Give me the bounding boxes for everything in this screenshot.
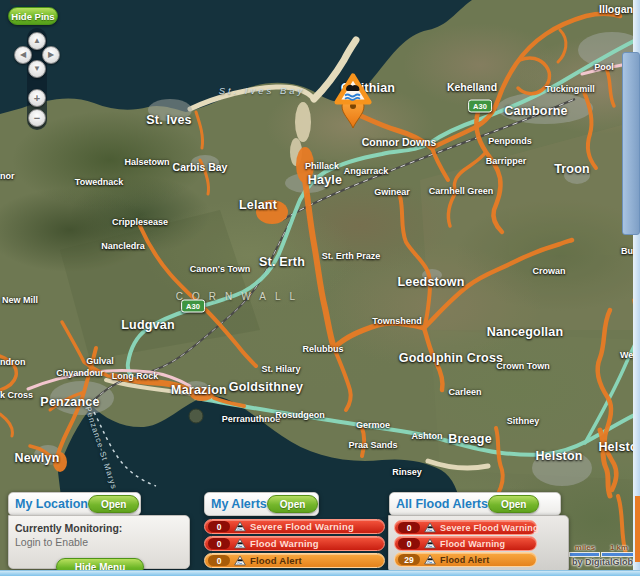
flood-warning-count: 0: [398, 538, 420, 549]
map-geography: [0, 0, 640, 576]
severe-warning-label: Severe Flood Warning: [250, 521, 354, 532]
flood-map-app: IlloganPoolTuckingmillCamborneKehellandG…: [0, 0, 640, 576]
zoom-out-icon: −: [34, 112, 40, 124]
flood-alert-icon: [424, 554, 436, 565]
flood-alert-count: 29: [398, 554, 420, 565]
bay-label: St. Ives Bay: [219, 85, 306, 96]
my-location-tab[interactable]: My Location Open: [8, 492, 141, 516]
flood-warning-icon: [424, 538, 436, 549]
my-location-open-button[interactable]: Open: [88, 495, 140, 513]
monitoring-value: Login to Enable: [15, 536, 88, 548]
monitoring-heading: Currently Monitoring:: [15, 522, 122, 534]
zoom-in-button[interactable]: +: [28, 89, 46, 107]
window-bottom-border: [0, 570, 640, 576]
my-alerts-row-alert[interactable]: 0 Flood Alert: [204, 553, 385, 568]
zoom-out-button[interactable]: −: [28, 109, 46, 127]
pan-left-button[interactable]: ◀: [14, 46, 32, 64]
pan-right-button[interactable]: ▶: [42, 46, 60, 64]
my-alerts-title: My Alerts: [211, 497, 267, 511]
flood-warning-icon: [234, 538, 246, 549]
all-alerts-row-severe[interactable]: 0 Severe Flood Warning: [394, 520, 537, 535]
road-badge-a30: A30: [468, 100, 492, 113]
scale-bar-miles: [570, 553, 599, 556]
zoom-in-icon: +: [34, 92, 40, 104]
pan-right-icon: ▶: [48, 50, 54, 59]
all-alerts-row-warning[interactable]: 0 Flood Warning: [394, 536, 537, 551]
all-alerts-row-alert[interactable]: 29 Flood Alert: [394, 552, 537, 567]
my-alerts-tab[interactable]: My Alerts Open: [204, 492, 319, 516]
flood-warning-icon: [234, 521, 246, 532]
flood-warning-label: Flood Warning: [440, 539, 505, 549]
scale-bar-km: [602, 553, 635, 556]
flood-warning-label: Flood Warning: [250, 538, 319, 549]
severe-warning-count: 0: [398, 522, 420, 533]
flood-alert-icon: [234, 555, 246, 566]
all-flood-alerts-title: All Flood Alerts: [396, 497, 488, 511]
my-alerts-row-warning[interactable]: 0 Flood Warning: [204, 536, 385, 551]
scale-miles-label: miles: [570, 543, 600, 552]
all-flood-alerts-tab[interactable]: All Flood Alerts Open: [389, 492, 561, 516]
flood-alert-count: 0: [208, 555, 230, 566]
flood-alert-label: Flood Alert: [250, 555, 302, 566]
my-alerts-row-severe[interactable]: 0 Severe Flood Warning: [204, 519, 385, 534]
flood-alert-label: Flood Alert: [440, 555, 489, 565]
my-location-title: My Location: [15, 497, 88, 511]
cropped-button[interactable]: [10, 0, 38, 5]
pan-up-button[interactable]: ▲: [28, 32, 46, 50]
pan-down-icon: ▼: [33, 64, 41, 73]
scrollbar-orange-segment: [635, 496, 640, 562]
flood-warning-count: 0: [208, 538, 230, 549]
pan-down-button[interactable]: ▼: [28, 60, 46, 78]
flood-alert-triangle-icon: [334, 72, 372, 105]
my-alerts-open-button[interactable]: Open: [267, 495, 319, 513]
pan-left-icon: ◀: [20, 50, 26, 59]
severe-warning-label: Severe Flood Warning: [440, 523, 539, 533]
scrollbar-thumb[interactable]: [622, 52, 640, 235]
all-flood-alerts-open-button[interactable]: Open: [488, 495, 540, 513]
map-canvas[interactable]: IlloganPoolTuckingmillCamborneKehellandG…: [0, 0, 640, 576]
flood-alert-marker[interactable]: [334, 72, 372, 132]
road-badge-a30: A30: [181, 300, 205, 313]
scale-km-label: 1 km: [602, 543, 636, 552]
hide-pins-button[interactable]: Hide Pins: [8, 7, 58, 25]
flood-warning-icon: [424, 522, 436, 533]
pan-up-icon: ▲: [33, 36, 41, 45]
severe-warning-count: 0: [208, 521, 230, 532]
map-attribution: by DigitalGlobe: [572, 557, 638, 567]
